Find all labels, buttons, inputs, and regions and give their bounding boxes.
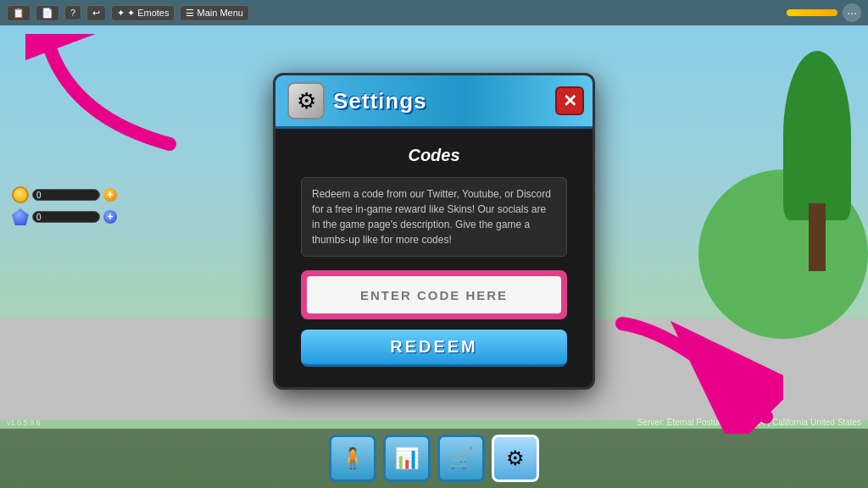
modal-header: ⚙ Settings ✕ xyxy=(275,75,593,129)
header-gear-icon: ⚙ xyxy=(287,82,325,119)
modal-body: Codes Redeem a code from our Twitter, Yo… xyxy=(275,129,593,387)
codes-title: Codes xyxy=(301,146,567,165)
settings-modal: ⚙ Settings ✕ Codes Redeem a code from ou… xyxy=(273,73,595,390)
redeem-button[interactable]: REDEEM xyxy=(301,330,567,367)
modal-overlay: ⚙ Settings ✕ Codes Redeem a code from ou… xyxy=(0,0,868,488)
close-icon: ✕ xyxy=(563,91,577,111)
codes-description: Redeem a code from our Twitter, Youtube,… xyxy=(301,177,567,257)
modal-title: Settings xyxy=(333,88,427,114)
gear-symbol: ⚙ xyxy=(297,88,316,114)
modal-close-button[interactable]: ✕ xyxy=(555,86,584,115)
code-input-wrapper xyxy=(301,270,567,319)
code-input[interactable] xyxy=(307,276,561,313)
